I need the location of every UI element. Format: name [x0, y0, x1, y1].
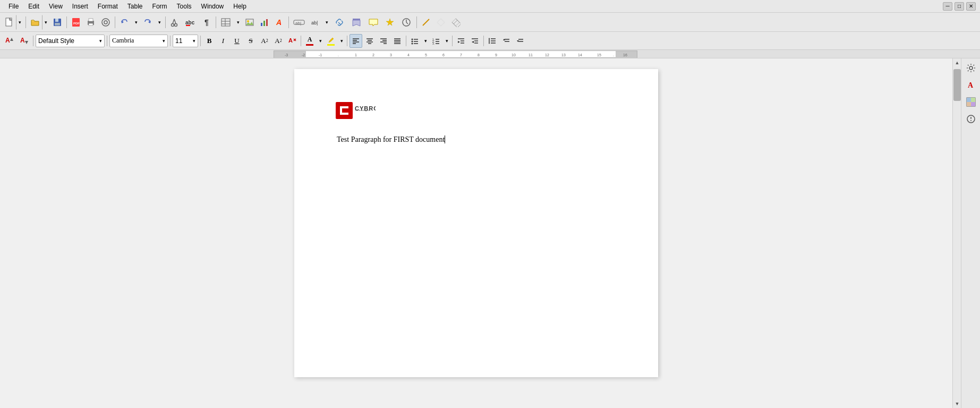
new-dropdown[interactable]: ▾ [16, 15, 23, 30]
align-center-button[interactable] [363, 34, 376, 48]
menu-table[interactable]: Table [123, 2, 147, 11]
minimize-button[interactable]: ─ [943, 2, 952, 11]
insert-table-dropdown[interactable]: ▾ [234, 15, 242, 30]
menu-help[interactable]: Help [229, 2, 251, 11]
svg-point-71 [412, 42, 413, 44]
insert-table-button[interactable] [218, 15, 233, 30]
align-right-button[interactable] [377, 34, 390, 48]
undo-button[interactable] [117, 15, 131, 30]
svg-text:.: . [613, 53, 614, 57]
svg-marker-12 [122, 21, 124, 23]
subscript-button[interactable]: A2 [272, 34, 285, 48]
sidebar-font-button[interactable]: A [964, 78, 978, 92]
open-dropdown[interactable]: ▾ [42, 15, 49, 30]
increase-indent-button[interactable] [455, 34, 467, 48]
underline-button[interactable]: U [231, 34, 243, 48]
superscript-button[interactable]: A2 [258, 34, 271, 48]
menu-form[interactable]: Form [148, 2, 172, 11]
decrease-indent-button[interactable] [468, 34, 481, 48]
paragraph-spacing-button[interactable] [486, 34, 499, 48]
print-button[interactable] [84, 15, 98, 30]
font-color-dropdown[interactable]: ▾ [317, 34, 323, 48]
cut-button[interactable] [168, 15, 182, 30]
bold-button[interactable]: B [203, 34, 216, 48]
line-tool-button[interactable] [419, 15, 433, 30]
close-button[interactable]: ✕ [966, 2, 976, 11]
redo-button[interactable] [141, 15, 155, 30]
scroll-thumb[interactable] [953, 69, 961, 101]
svg-point-14 [172, 23, 174, 26]
svg-text:3: 3 [390, 53, 392, 57]
sidebar-settings-button[interactable] [964, 61, 978, 75]
print-preview-button[interactable] [99, 15, 113, 30]
ordered-list-dropdown[interactable]: ▾ [444, 34, 450, 48]
sidebar-settings2-button[interactable] [964, 112, 978, 126]
align-left-button[interactable] [350, 34, 362, 48]
insert-bookmark-button[interactable] [348, 15, 364, 30]
paragraph-style-dropdown[interactable]: Default Style ▾ [36, 35, 105, 47]
decrease-spacing-button[interactable] [514, 34, 526, 48]
font-color-button[interactable]: A [303, 34, 316, 48]
highlight-dropdown[interactable]: ▾ [338, 34, 345, 48]
menu-format[interactable]: Format [93, 2, 122, 11]
menu-tools[interactable]: Tools [173, 2, 196, 11]
increase-spacing-button[interactable] [500, 34, 513, 48]
formatting-marks-button[interactable]: ¶ [200, 15, 214, 30]
svg-point-24 [247, 20, 249, 22]
style-down-button[interactable]: A [17, 33, 31, 48]
insert-chart-button[interactable] [258, 15, 271, 30]
menu-view[interactable]: View [45, 2, 67, 11]
menu-edit[interactable]: Edit [24, 2, 44, 11]
insert-field-button[interactable]: ab| [308, 15, 323, 30]
separator [347, 36, 347, 46]
svg-line-36 [406, 22, 408, 24]
shape-button[interactable] [434, 15, 448, 30]
extrude-button[interactable] [449, 15, 463, 30]
scroll-up-button[interactable]: ▲ [953, 58, 961, 67]
insert-star-button[interactable] [382, 15, 397, 30]
highlight-button[interactable] [325, 34, 337, 48]
menu-file[interactable]: File [4, 2, 23, 11]
document-page[interactable]: CYBROSYS Technologies Test Paragraph for… [294, 69, 658, 377]
svg-marker-38 [437, 19, 445, 26]
font-size-dropdown[interactable]: 11 ▾ [173, 35, 198, 47]
insert-annotation-button[interactable] [365, 15, 381, 30]
unordered-list-button[interactable] [408, 34, 421, 48]
strikethrough-button[interactable]: S [244, 34, 257, 48]
svg-text:A: A [5, 37, 10, 44]
pdf-button[interactable]: PDF [69, 15, 83, 30]
redo-dropdown[interactable]: ▾ [156, 15, 163, 30]
main-area: CYBROSYS Technologies Test Paragraph for… [0, 58, 980, 408]
size-value: 11 [175, 37, 182, 45]
show-changes-button[interactable] [398, 15, 414, 30]
insert-image-button[interactable] [243, 15, 257, 30]
justify-button[interactable] [391, 34, 404, 48]
open-button[interactable] [28, 15, 42, 30]
ordered-list-button[interactable]: 1.2.3. [430, 34, 442, 48]
clear-formatting-button[interactable]: A [286, 34, 299, 48]
italic-button[interactable]: I [217, 34, 229, 48]
vertical-scrollbar[interactable]: ▲ ▼ [952, 58, 961, 408]
fontworks-button[interactable]: A [272, 15, 286, 30]
menu-window[interactable]: Window [197, 2, 228, 11]
save-button[interactable] [50, 15, 64, 30]
document-text[interactable]: Test Paragraph for FIRST document [337, 135, 616, 144]
fields-button[interactable]: ab| [291, 15, 307, 30]
spellcheck-button[interactable]: abc [183, 15, 199, 30]
separator [452, 36, 453, 46]
separator [66, 16, 67, 28]
unordered-list-dropdown[interactable]: ▾ [422, 34, 429, 48]
scroll-down-button[interactable]: ▼ [953, 400, 961, 408]
svg-text:14: 14 [578, 53, 582, 57]
new-button[interactable] [2, 15, 16, 30]
sidebar-gallery-button[interactable] [964, 95, 978, 109]
insert-field-dropdown[interactable]: ▾ [323, 15, 330, 30]
separator [107, 36, 107, 46]
menu-insert[interactable]: Insert [68, 2, 92, 11]
style-up-button[interactable]: A [2, 33, 16, 48]
hyperlink-button[interactable] [331, 15, 347, 30]
maximize-button[interactable]: □ [955, 2, 964, 11]
separator [483, 36, 484, 46]
font-name-dropdown[interactable]: Cambria ▾ [109, 35, 168, 47]
undo-dropdown[interactable]: ▾ [132, 15, 140, 30]
